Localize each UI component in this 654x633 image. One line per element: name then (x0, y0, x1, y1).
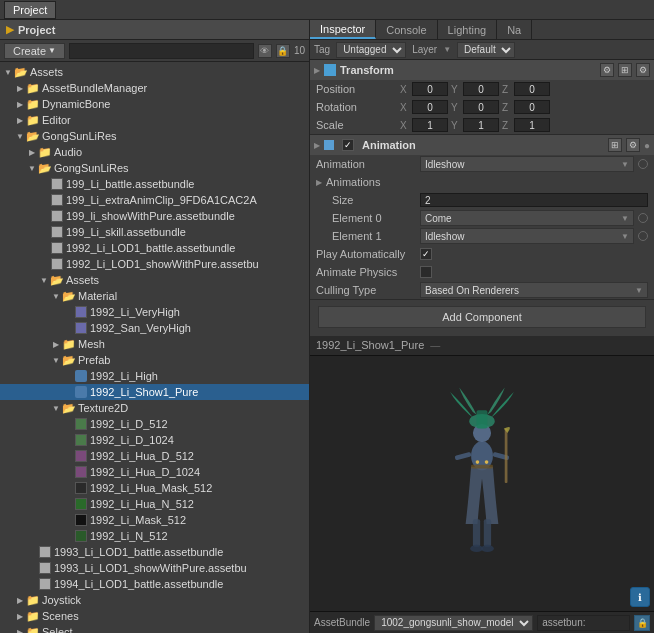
tab-project[interactable]: Project (4, 1, 56, 19)
tree-item-audio[interactable]: ▶📁Audio (0, 144, 309, 160)
tree-item-prefab[interactable]: ▼📂Prefab (0, 352, 309, 368)
assetbundle-select[interactable]: 1002_gongsunli_show_model (374, 615, 533, 631)
size-input[interactable] (420, 193, 648, 207)
tab-na[interactable]: Na (497, 20, 532, 39)
scale-z-input[interactable] (514, 118, 550, 132)
tree-type-icon: 📂 (62, 289, 76, 303)
tag-select[interactable]: Untagged (336, 42, 406, 58)
svg-point-10 (481, 545, 494, 552)
transform-layout-icon[interactable]: ⊞ (618, 63, 632, 77)
tree-item-editor[interactable]: ▶📁Editor (0, 112, 309, 128)
tree-item-mesh[interactable]: ▶📁Mesh (0, 336, 309, 352)
animation-header[interactable]: ▶ Animation ⊞ ⚙ ● (310, 135, 654, 155)
create-button[interactable]: Create ▼ (4, 43, 65, 59)
tree-item-1992-hua-d-512[interactable]: 1992_Li_Hua_D_512 (0, 448, 309, 464)
tree-item-1993-lod1-battle[interactable]: 1993_Li_LOD1_battle.assetbundle (0, 544, 309, 560)
tree-item-1992-mask-512[interactable]: 1992_Li_Mask_512 (0, 512, 309, 528)
tree-item-199-li-show[interactable]: 199_li_showWithPure.assetbundle (0, 208, 309, 224)
tree-item-1992-hua-n-512[interactable]: 1992_Li_Hua_N_512 (0, 496, 309, 512)
tree-item-1992-li-show1-pure[interactable]: 1992_Li_Show1_Pure (0, 384, 309, 400)
scale-y-input[interactable] (463, 118, 499, 132)
transform-extra-icon[interactable]: ⚙ (636, 63, 650, 77)
rotation-z-input[interactable] (514, 100, 550, 114)
tree-item-joystick[interactable]: ▶📁Joystick (0, 592, 309, 608)
scale-y-group: Y (451, 118, 499, 132)
tree-item-dynamicbone[interactable]: ▶📁DynamicBone (0, 96, 309, 112)
tree-arrow-icon: ▼ (38, 274, 50, 286)
tab-console[interactable]: Console (376, 20, 437, 39)
tree-item-1994-lod1-battle[interactable]: 1994_Li_LOD1_battle.assetbundle (0, 576, 309, 592)
scale-x-input[interactable] (412, 118, 448, 132)
culling-select[interactable]: Based On Renderers ▼ (420, 282, 648, 298)
transform-settings-icon[interactable]: ⚙ (600, 63, 614, 77)
tree-item-assetbundle-manager[interactable]: ▶📁AssetBundleManager (0, 80, 309, 96)
animation-enabled-checkbox[interactable] (342, 139, 354, 151)
tree-item-1992-lod1-battle[interactable]: 1992_Li_LOD1_battle.assetbundle (0, 240, 309, 256)
tree-item-label: Material (78, 290, 117, 302)
layer-select[interactable]: Default (457, 42, 515, 58)
assetbundle-field[interactable] (537, 615, 630, 631)
tree-item-label: 1992_Li_N_512 (90, 530, 168, 542)
position-x-input[interactable] (412, 82, 448, 96)
animation-select[interactable]: Idleshow ▼ (420, 156, 634, 172)
scale-x-label: X (400, 120, 410, 131)
tree-item-material[interactable]: ▼📂Material (0, 288, 309, 304)
tree-item-1992-li-high[interactable]: 1992_Li_High (0, 368, 309, 384)
search-input[interactable] (69, 43, 254, 59)
animation-select-arrow: ▼ (621, 160, 629, 169)
tree-type-icon: 📂 (62, 401, 76, 415)
tree-type-icon (50, 177, 64, 191)
tree-item-1992-san-veryhigh[interactable]: 1992_San_VeryHigh (0, 320, 309, 336)
position-z-input[interactable] (514, 82, 550, 96)
position-y-input[interactable] (463, 82, 499, 96)
tree-item-gongsunlires[interactable]: ▼📂GongSunLiRes (0, 128, 309, 144)
assetbundle-label: AssetBundle (314, 617, 370, 628)
tree-item-scenes[interactable]: ▶📁Scenes (0, 608, 309, 624)
tree-item-1992-d-1024[interactable]: 1992_Li_D_1024 (0, 432, 309, 448)
animation-prop-row: Animation Idleshow ▼ (310, 155, 654, 173)
tree-item-199-li-skill[interactable]: 199_Li_skill.assetbundle (0, 224, 309, 240)
assetbundle-icon-btn[interactable]: 🔒 (634, 615, 650, 631)
tree-item-gongsunlires2[interactable]: ▼📂GongSunLiRes (0, 160, 309, 176)
tree-item-label: 1992_Li_Hua_D_512 (90, 450, 194, 462)
preview-area: 1992_Li_Show1_Pure — (310, 336, 654, 612)
play-auto-row: Play Automatically (310, 245, 654, 263)
tree-item-texture2d[interactable]: ▼📂Texture2D (0, 400, 309, 416)
tree-item-199-li-battle[interactable]: 199_Li_battle.assetbundle (0, 176, 309, 192)
anim-physics-checkbox[interactable] (420, 266, 432, 278)
lock-icon[interactable]: 🔒 (276, 44, 290, 58)
animation-section: ▶ Animation ⊞ ⚙ ● Animation Idlesh (310, 135, 654, 300)
preview-info-button[interactable]: ℹ (630, 587, 650, 607)
tree-item-1992-li-veryhigh[interactable]: 1992_Li_VeryHigh (0, 304, 309, 320)
tree-item-1992-lod1-show[interactable]: 1992_Li_LOD1_showWithPure.assetbu (0, 256, 309, 272)
tab-inspector[interactable]: Inspector (310, 20, 376, 39)
eye-icon[interactable]: 👁 (258, 44, 272, 58)
rotation-y-input[interactable] (463, 100, 499, 114)
tree-item-assets-root[interactable]: ▼📂Assets (0, 64, 309, 80)
rotation-x-input[interactable] (412, 100, 448, 114)
transform-header[interactable]: ▶ Transform ⚙ ⊞ ⚙ (310, 60, 654, 80)
tree-item-1992-n-512[interactable]: 1992_Li_N_512 (0, 528, 309, 544)
tree-item-1993-lod1-show[interactable]: 1993_Li_LOD1_showWithPure.assetbu (0, 560, 309, 576)
element1-select[interactable]: Idleshow ▼ (420, 228, 634, 244)
tree-item-label: Assets (30, 66, 63, 78)
anim-layout-icon[interactable]: ⊞ (608, 138, 622, 152)
add-component-button[interactable]: Add Component (318, 306, 646, 328)
tree-item-199-li-extra[interactable]: 199_Li_extraAnimClip_9FD6A1CAC2A (0, 192, 309, 208)
tree-type-icon: 📁 (26, 609, 40, 623)
tree-item-label: GongSunLiRes (54, 162, 129, 174)
play-auto-checkbox[interactable] (420, 248, 432, 260)
tab-lighting[interactable]: Lighting (438, 20, 498, 39)
tree-item-assets-sub[interactable]: ▼📂Assets (0, 272, 309, 288)
element1-dot-icon (638, 231, 648, 241)
tree-item-label: 1992_Li_LOD1_showWithPure.assetbu (66, 258, 259, 270)
element0-select[interactable]: Come ▼ (420, 210, 634, 226)
tree-item-select[interactable]: ▶📁Select (0, 624, 309, 633)
tree-type-icon: 📂 (38, 161, 52, 175)
tree-item-1992-hua-mask-512[interactable]: 1992_Li_Hua_Mask_512 (0, 480, 309, 496)
tree-item-1992-hua-d-1024[interactable]: 1992_Li_Hua_D_1024 (0, 464, 309, 480)
tree-item-1992-d-512[interactable]: 1992_Li_D_512 (0, 416, 309, 432)
position-xyz: X Y Z (400, 82, 648, 96)
anim-settings-icon[interactable]: ⚙ (626, 138, 640, 152)
project-tree: ▼📂Assets▶📁AssetBundleManager▶📁DynamicBon… (0, 62, 309, 633)
